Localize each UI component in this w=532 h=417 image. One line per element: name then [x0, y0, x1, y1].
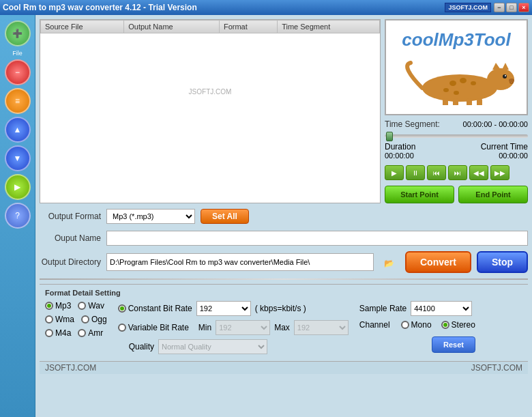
add-icon: ➕ [12, 29, 23, 38]
cheetah-icon [398, 51, 514, 105]
output-dir-label: Output Directory [40, 257, 101, 267]
main-area: ➕ File − ≡ ▲ ▼ ▶ ? [0, 15, 532, 417]
constant-bitrate-row: Constant Bit Rate 64 96 128 160 192 224 … [118, 301, 349, 316]
radio-m4a[interactable]: M4a [45, 328, 71, 338]
channel-row: Channel Mono Stereo [359, 320, 475, 330]
svg-point-6 [509, 78, 514, 83]
format-type-row-2: Wma Ogg [45, 315, 107, 324]
radio-mono[interactable]: Mono [401, 320, 432, 330]
mono-label: Mono [411, 320, 432, 330]
radio-stereo[interactable]: Stereo [441, 320, 475, 330]
col-time-segment: Time Segment [278, 20, 380, 33]
radio-wav-circle [78, 302, 86, 310]
transport-rewind-button[interactable]: ⏮ [427, 165, 446, 180]
quality-row: Quality Normal Quality High Quality Low … [118, 339, 349, 354]
col-output-name: Output Name [124, 20, 220, 33]
status-right: JSOFTJ.COM [471, 363, 522, 373]
sidebar-item-clear[interactable]: ≡ [5, 88, 31, 114]
output-format-select[interactable]: Mp3 (*.mp3) Wav (*.wav) Wma (*.wma) Ogg … [106, 209, 195, 224]
svg-point-8 [460, 78, 467, 83]
close-button[interactable]: × [518, 3, 529, 12]
sample-rate-select[interactable]: 8000 11025 16000 22050 32000 44100 48000 [411, 301, 472, 316]
constant-bitrate-label: Constant Bit Rate [128, 304, 192, 313]
transport-pause-button[interactable]: ⏸ [406, 165, 425, 180]
status-bar: JSOFTJ.COM JSOFTJ.COM [40, 361, 528, 374]
col-format: Format [219, 20, 277, 33]
sidebar-item-remove[interactable]: − [5, 59, 31, 85]
radio-ogg[interactable]: Ogg [81, 315, 107, 324]
status-left: JSOFTJ.COM [45, 363, 96, 373]
watermark-table: JSOFTJ.COM [40, 33, 380, 96]
reset-button[interactable]: Reset [432, 336, 475, 353]
folder-button[interactable]: 📂 [379, 253, 400, 271]
radio-m4a-label: M4a [55, 328, 71, 338]
radio-wma-circle [45, 315, 53, 323]
sample-rate-label: Sample Rate [359, 304, 407, 313]
top-section: Source File Output Name Format Time Segm… [40, 19, 528, 203]
radio-amr[interactable]: Amr [78, 328, 103, 338]
end-point-button[interactable]: End Point [458, 186, 528, 203]
svg-marker-3 [502, 63, 509, 70]
radio-wma[interactable]: Wma [45, 315, 74, 324]
content-area: Source File Output Name Format Time Segm… [35, 15, 532, 417]
output-format-row: Output Format Mp3 (*.mp3) Wav (*.wav) Wm… [40, 206, 528, 227]
sample-rate-row: Sample Rate 8000 11025 16000 22050 32000… [359, 301, 475, 316]
start-point-button[interactable]: Start Point [385, 186, 454, 203]
set-all-button[interactable]: Set All [201, 209, 249, 224]
time-segment-value: 00:00:00 - 00:00:00 [463, 120, 528, 128]
stop-button[interactable]: Stop [477, 251, 528, 273]
quality-label: Quality [129, 342, 154, 351]
folder-icon: 📂 [384, 259, 394, 268]
format-detail-section: Format Detail Setting Mp3 Wav [40, 284, 528, 358]
sidebar-item-down[interactable]: ▼ [5, 145, 31, 171]
svg-point-0 [422, 74, 497, 102]
svg-point-11 [454, 91, 459, 95]
progress-slider[interactable] [385, 134, 528, 138]
play-icon: ▶ [14, 182, 20, 192]
title-bar: Cool Rm to mp3 wav converter 4.12 - Tria… [0, 0, 532, 15]
current-time-value: 00:00:00 [481, 152, 528, 160]
sidebar-item-file[interactable]: ➕ [5, 20, 31, 46]
max-bitrate-select[interactable]: 192 [294, 320, 349, 335]
transport-play-button[interactable]: ▶ [385, 165, 404, 180]
min-bitrate-select[interactable]: 192 [216, 320, 270, 335]
svg-point-7 [449, 81, 456, 86]
down-icon: ▼ [14, 154, 22, 163]
radio-amr-circle [78, 329, 86, 337]
up-icon: ▲ [14, 125, 22, 134]
minimize-button[interactable]: − [494, 3, 505, 12]
time-segment-row: Time Segment: 00:00:00 - 00:00:00 [385, 118, 528, 130]
radio-mp3-circle [45, 302, 53, 310]
sidebar-item-up[interactable]: ▲ [5, 117, 31, 143]
maximize-button[interactable]: □ [506, 3, 517, 12]
output-dir-input[interactable] [106, 253, 374, 271]
radio-constant-bitrate[interactable]: Constant Bit Rate [118, 304, 192, 313]
transport-controls: ▶ ⏸ ⏮ ⏭ ◀◀ ▶▶ [385, 165, 528, 180]
transport-next-button[interactable]: ▶▶ [490, 165, 509, 180]
svg-point-10 [443, 88, 449, 92]
output-name-input[interactable] [106, 231, 528, 246]
transport-prev-button[interactable]: ◀◀ [469, 165, 488, 180]
app-logo-text: coolMp3Tool [402, 29, 510, 51]
convert-button[interactable]: Convert [405, 251, 471, 273]
radio-mp3[interactable]: Mp3 [45, 301, 71, 311]
bitrate-select[interactable]: 64 96 128 160 192 224 256 320 [196, 301, 251, 316]
bitrate-unit: ( kbps=kbit/s ) [255, 304, 306, 313]
svg-rect-14 [467, 98, 472, 105]
radio-wav[interactable]: Wav [78, 301, 104, 311]
sidebar-item-play[interactable]: ▶ [5, 174, 31, 200]
radio-variable-circle [118, 323, 126, 332]
logo-panel: coolMp3Tool [385, 19, 528, 203]
radio-variable-bitrate[interactable]: Variable Bit Rate [118, 323, 189, 332]
quality-select[interactable]: Normal Quality High Quality Low Quality [158, 339, 267, 354]
max-label: Max [274, 323, 290, 332]
svg-point-5 [505, 75, 506, 76]
sidebar-item-info[interactable]: ? [5, 203, 31, 229]
svg-rect-12 [443, 98, 448, 105]
transport-fastforward-button[interactable]: ⏭ [448, 165, 467, 180]
format-section-title: Format Detail Setting [45, 289, 522, 297]
sidebar: ➕ File − ≡ ▲ ▼ ▶ ? [0, 15, 35, 417]
radio-ogg-circle [81, 315, 89, 323]
radio-wav-label: Wav [88, 301, 104, 311]
current-time-label: Current Time [481, 142, 528, 152]
